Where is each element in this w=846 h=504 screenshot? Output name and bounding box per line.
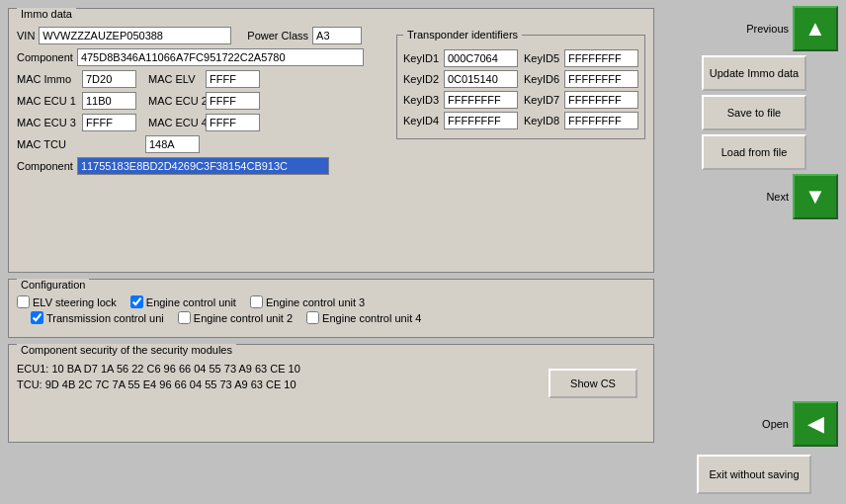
- component-input[interactable]: [77, 48, 364, 66]
- keyid4-label: KeyID4: [403, 115, 442, 126]
- mac-tcu-input[interactable]: [145, 135, 200, 153]
- next-button[interactable]: ▼: [793, 174, 838, 219]
- keyid3-input[interactable]: [444, 91, 518, 109]
- mac-elv-label: MAC ELV: [148, 73, 206, 85]
- keyid7-label: KeyID7: [524, 94, 562, 106]
- mac-ecu2-input[interactable]: [206, 92, 260, 110]
- show-cs-button[interactable]: Show CS: [549, 369, 637, 398]
- previous-label: Previous: [746, 23, 789, 35]
- security-title: Component security of the security modul…: [17, 344, 236, 356]
- keyid8-label: KeyID8: [524, 115, 562, 126]
- engine-cu-check-item[interactable]: Engine control unit: [130, 295, 236, 308]
- engine-cu2-checkbox[interactable]: [178, 311, 191, 324]
- mac-ecu2-label: MAC ECU 2: [148, 95, 206, 107]
- mac-ecu1-label: MAC ECU 1: [17, 95, 82, 107]
- power-input[interactable]: [312, 27, 362, 44]
- engine-cu2-label: Engine control unit 2: [194, 312, 293, 324]
- keyid6-label: KeyID6: [524, 73, 562, 85]
- trans-cu-check-item[interactable]: Transmission control uni: [31, 311, 164, 324]
- component2-label: Component: [17, 160, 73, 172]
- previous-button[interactable]: ▲: [793, 6, 838, 51]
- keyid6-input[interactable]: [564, 70, 638, 88]
- engine-cu3-checkbox[interactable]: [250, 295, 263, 308]
- engine-cu2-check-item[interactable]: Engine control unit 2: [178, 311, 293, 324]
- keyid1-label: KeyID1: [403, 52, 442, 64]
- tcu-text: TCU: 9D 4B 2C 7C 7A 55 E4 96 66 04 55 73…: [17, 377, 300, 392]
- elv-label: ELV steering lock: [33, 296, 117, 308]
- keyid2-label: KeyID2: [403, 73, 442, 85]
- mac-immo-label: MAC Immo: [17, 73, 82, 85]
- elv-checkbox[interactable]: [17, 295, 30, 308]
- exit-button[interactable]: Exit without saving: [697, 455, 811, 494]
- config-group: Configuration ELV steering lock Engine c…: [8, 279, 654, 338]
- component-label: Component: [17, 51, 73, 63]
- immo-data-title: Immo data: [17, 8, 76, 20]
- component2-input[interactable]: [77, 157, 329, 175]
- keyid5-label: KeyID5: [524, 52, 562, 64]
- engine-cu4-checkbox[interactable]: [306, 311, 319, 324]
- vin-label: VIN: [17, 30, 35, 42]
- next-label: Next: [766, 191, 789, 203]
- open-button[interactable]: ◀: [793, 401, 838, 447]
- mac-tcu-label: MAC TCU: [17, 138, 145, 150]
- power-label: Power Class: [247, 30, 308, 42]
- trans-cu-checkbox[interactable]: [31, 311, 43, 324]
- engine-cu3-label: Engine control unit 3: [266, 296, 365, 308]
- mac-ecu1-input[interactable]: [82, 92, 136, 110]
- vin-input[interactable]: [39, 27, 231, 44]
- update-immo-button[interactable]: Update Immo data: [702, 55, 806, 91]
- engine-cu4-label: Engine control unit 4: [322, 312, 421, 324]
- mac-ecu3-input[interactable]: [82, 114, 136, 131]
- mac-ecu4-label: MAC ECU 4: [148, 117, 206, 128]
- transponder-title: Transponder identifiers: [403, 29, 522, 41]
- engine-cu-checkbox[interactable]: [130, 295, 143, 308]
- mac-elv-input[interactable]: [206, 70, 260, 88]
- mac-ecu4-input[interactable]: [206, 114, 260, 131]
- keyid1-input[interactable]: [444, 49, 518, 67]
- engine-cu3-check-item[interactable]: Engine control unit 3: [250, 295, 365, 308]
- mac-ecu3-label: MAC ECU 3: [17, 117, 82, 128]
- keyid8-input[interactable]: [564, 112, 638, 129]
- engine-cu4-check-item[interactable]: Engine control unit 4: [306, 311, 421, 324]
- engine-cu-label: Engine control unit: [146, 296, 236, 308]
- ecu1-text: ECU1: 10 BA D7 1A 56 22 C6 96 66 04 55 7…: [17, 361, 300, 377]
- keyid2-input[interactable]: [444, 70, 518, 88]
- security-group: Component security of the security modul…: [8, 344, 654, 443]
- trans-cu-label: Transmission control uni: [46, 312, 164, 324]
- immo-data-group: Immo data VIN Power Class Component MAC …: [8, 8, 654, 273]
- right-panel: Previous ▲ Update Immo data Save to file…: [662, 0, 846, 504]
- keyid7-input[interactable]: [564, 91, 638, 109]
- open-label: Open: [762, 418, 789, 430]
- elv-check-item[interactable]: ELV steering lock: [17, 295, 117, 308]
- keyid5-input[interactable]: [564, 49, 638, 67]
- keyid3-label: KeyID3: [403, 94, 442, 106]
- config-title: Configuration: [17, 279, 89, 291]
- transponder-box: Transponder identifiers KeyID1 KeyID5 Ke…: [396, 35, 645, 139]
- load-from-file-button[interactable]: Load from file: [702, 134, 806, 170]
- keyid4-input[interactable]: [444, 112, 518, 129]
- save-to-file-button[interactable]: Save to file: [702, 95, 806, 130]
- mac-immo-input[interactable]: [82, 70, 136, 88]
